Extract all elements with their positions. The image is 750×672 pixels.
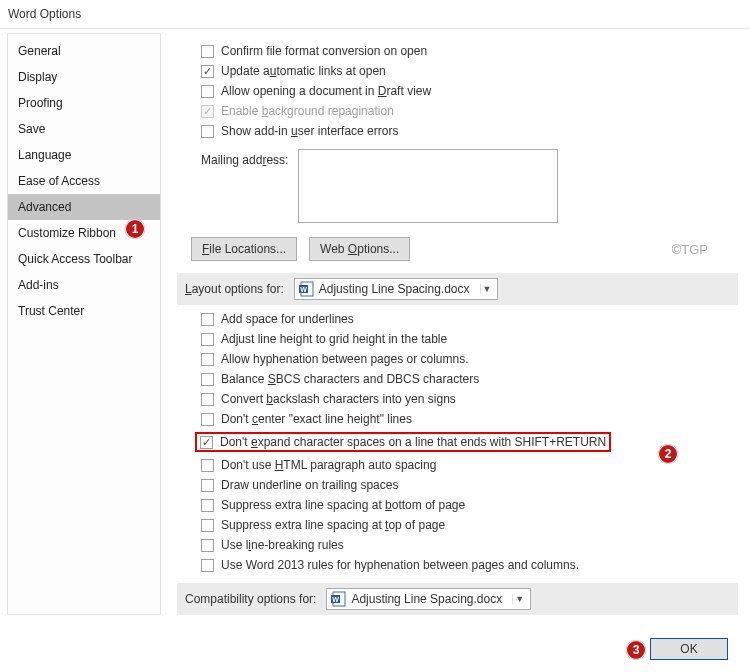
label: Don't use HTML paragraph auto spacing [221,458,436,472]
annotation-badge-2: 2 [658,444,678,464]
label: Balance SBCS characters and DBCS charact… [221,372,479,386]
checkbox-icon [201,85,214,98]
compat-document-name: Adjusting Line Spacing.docx [351,592,508,606]
sidebar-item-proofing[interactable]: Proofing [8,90,160,116]
checkbox-icon [201,353,214,366]
main-area: General Display Proofing Save Language E… [0,28,750,615]
sidebar: General Display Proofing Save Language E… [7,33,161,615]
checkbox-icon [201,45,214,58]
opt-convert-backslash-yen[interactable]: Convert backslash characters into yen si… [177,389,738,409]
sidebar-item-general[interactable]: General [8,38,160,64]
label: Don't expand character spaces on a line … [220,435,606,449]
label: Confirm file format conversion on open [221,44,427,58]
option-update-links[interactable]: ✓ Update automatic links at open [177,61,738,81]
sidebar-item-save[interactable]: Save [8,116,160,142]
opt-adjust-line-height-grid[interactable]: Adjust line height to grid height in the… [177,329,738,349]
label: Allow opening a document in Draft view [221,84,431,98]
checkbox-icon [201,393,214,406]
checkbox-icon [201,413,214,426]
sidebar-item-advanced[interactable]: Advanced [8,194,160,220]
label: Use line-breaking rules [221,538,344,552]
option-background-repagination: ✓ Enable background repagination [177,101,738,121]
button-row: File Locations... Web Options... ©TGP [177,231,738,269]
checkbox-icon [201,519,214,532]
sidebar-item-add-ins[interactable]: Add-ins [8,272,160,298]
option-ui-errors[interactable]: Show add-in user interface errors [177,121,738,141]
annotation-badge-1: 1 [125,219,145,239]
checkbox-icon [201,499,214,512]
checkbox-icon [201,313,214,326]
svg-text:W: W [333,596,340,603]
file-locations-button[interactable]: File Locations... [191,237,297,261]
opt-word-2013-hyphenation[interactable]: Use Word 2013 rules for hyphenation betw… [177,555,738,575]
web-options-button[interactable]: Web Options... [309,237,410,261]
sidebar-item-ease-of-access[interactable]: Ease of Access [8,168,160,194]
label: Convert backslash characters into yen si… [221,392,456,406]
chevron-down-icon: ▼ [480,284,494,294]
checkbox-icon [201,459,214,472]
checkbox-icon [201,373,214,386]
checkbox-icon [201,539,214,552]
label: Show add-in user interface errors [221,124,398,138]
opt-allow-hyphenation[interactable]: Allow hyphenation between pages or colum… [177,349,738,369]
label: Enable background repagination [221,104,394,118]
label: Adjust line height to grid height in the… [221,332,447,346]
compat-options-label: Compatibility options for: [185,592,316,606]
opt-suppress-spacing-top[interactable]: Suppress extra line spacing at top of pa… [177,515,738,535]
svg-text:W: W [300,286,307,293]
opt-balance-sbcs-dbcs[interactable]: Balance SBCS characters and DBCS charact… [177,369,738,389]
opt-dont-expand-shift-return[interactable]: ✓ Don't expand character spaces on a lin… [177,429,738,455]
checkbox-icon [201,333,214,346]
mailing-address-row: Mailing address: [177,145,738,231]
label: Draw underline on trailing spaces [221,478,398,492]
window-title: Word Options [0,0,750,28]
watermark: ©TGP [672,242,708,257]
compat-options-header: Compatibility options for: W Adjusting L… [177,583,738,615]
label: Allow hyphenation between pages or colum… [221,352,469,366]
layout-document-name: Adjusting Line Spacing.docx [319,282,476,296]
label: Add space for underlines [221,312,354,326]
layout-options-label: Layout options for: [185,282,284,296]
layout-document-select[interactable]: W Adjusting Line Spacing.docx ▼ [294,278,499,300]
opt-dont-use-html-spacing[interactable]: Don't use HTML paragraph auto spacing [177,455,738,475]
compat-document-select[interactable]: W Adjusting Line Spacing.docx ▼ [326,588,531,610]
ok-button[interactable]: OK [650,638,728,660]
opt-add-space-underlines[interactable]: Add space for underlines [177,309,738,329]
general-options: Confirm file format conversion on open ✓… [177,37,738,145]
label: Use Word 2013 rules for hyphenation betw… [221,558,579,572]
checkbox-icon [201,125,214,138]
opt-line-breaking-rules[interactable]: Use line-breaking rules [177,535,738,555]
label: Suppress extra line spacing at bottom of… [221,498,465,512]
sidebar-item-language[interactable]: Language [8,142,160,168]
layout-options-list: Add space for underlines Adjust line hei… [177,305,738,579]
opt-draw-underline-trailing[interactable]: Draw underline on trailing spaces [177,475,738,495]
content-pane: Confirm file format conversion on open ✓… [161,29,750,615]
label: Suppress extra line spacing at top of pa… [221,518,445,532]
label: Update automatic links at open [221,64,386,78]
opt-suppress-spacing-bottom[interactable]: Suppress extra line spacing at bottom of… [177,495,738,515]
chevron-down-icon: ▼ [512,594,526,604]
word-doc-icon: W [331,591,347,607]
mailing-address-label: Mailing address: [201,149,288,167]
checkbox-icon: ✓ [201,65,214,78]
layout-options-header: Layout options for: W Adjusting Line Spa… [177,273,738,305]
sidebar-item-trust-center[interactable]: Trust Center [8,298,160,324]
sidebar-item-quick-access-toolbar[interactable]: Quick Access Toolbar [8,246,160,272]
checkbox-icon [201,559,214,572]
annotation-badge-3: 3 [626,640,646,660]
mailing-address-input[interactable] [298,149,558,223]
checkbox-icon: ✓ [201,105,214,118]
checkbox-icon: ✓ [200,436,213,449]
checkbox-icon [201,479,214,492]
option-allow-draft[interactable]: Allow opening a document in Draft view [177,81,738,101]
word-doc-icon: W [299,281,315,297]
opt-dont-center-exact-height[interactable]: Don't center "exact line height" lines [177,409,738,429]
sidebar-item-display[interactable]: Display [8,64,160,90]
option-confirm-format[interactable]: Confirm file format conversion on open [177,41,738,61]
label: Don't center "exact line height" lines [221,412,412,426]
